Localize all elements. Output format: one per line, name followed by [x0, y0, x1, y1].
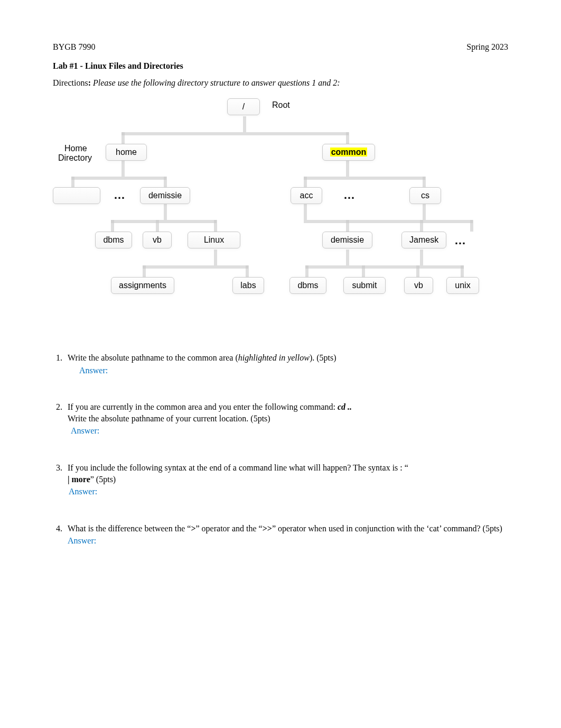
ellipsis-2: … [343, 188, 356, 202]
course-code: BYGB 7990 [53, 42, 95, 52]
q3-line2-rest: ” (5pts) [90, 475, 116, 484]
node-common: common [322, 144, 375, 161]
home-dir-label-1: Home [64, 144, 87, 153]
question-2: 2. If you are currently in the common ar… [53, 401, 508, 437]
node-unix: unix [446, 277, 479, 294]
node-jamesk: Jamesk [401, 232, 446, 248]
q4-text-post: ” operator when used in conjunction with… [272, 524, 502, 533]
node-linux: Linux [188, 232, 240, 248]
node-vb: vb [143, 232, 172, 248]
directions-colon: : [88, 78, 91, 87]
q3-answer-label: Answer: [69, 486, 508, 497]
questions-block: 1. Write the absolute pathname to the co… [53, 352, 508, 547]
q1-text-post: ). (5pts) [310, 353, 336, 362]
q4-number: 4. [53, 523, 68, 547]
node-assignments: assignments [111, 277, 174, 294]
term-label: Spring 2023 [466, 42, 508, 52]
q3-number: 3. [53, 462, 68, 497]
q2-line2: Write the absolute pathname of your curr… [68, 413, 508, 425]
node-common-text: common [330, 148, 368, 156]
node-home: home [106, 144, 147, 161]
q2-number: 2. [53, 401, 68, 437]
q3-line2-bold: | more [68, 475, 90, 484]
q4-b2: >> [263, 524, 272, 533]
node-blank [53, 187, 100, 204]
q4-text-mid: ” operator and the “ [196, 524, 263, 533]
q4-b1: > [191, 524, 195, 533]
home-dir-label-2: Directory [58, 153, 92, 163]
node-demissie-2: demissie [322, 232, 372, 248]
q4-text-pre: What is the difference between the “ [68, 524, 191, 533]
node-labs: labs [232, 277, 264, 294]
directions-lead: Directions [53, 78, 88, 87]
node-root-slash: / [227, 98, 260, 115]
node-demissie: demissie [140, 187, 190, 204]
question-1: 1. Write the absolute pathname to the co… [53, 352, 508, 376]
directory-tree-diagram: / Root Home Directory home common … demi… [53, 98, 508, 336]
q4-answer-label: Answer: [68, 535, 508, 547]
q3-line1: If you include the following syntax at t… [68, 463, 408, 472]
q1-text-pre: Write the absolute pathname to the commo… [68, 353, 238, 362]
directions-line: Directions: Please use the following dir… [53, 78, 508, 88]
node-root-label: Root [272, 100, 290, 110]
q2-answer-label: Answer: [71, 425, 508, 437]
q2-line1-pre: If you are currently in the common area … [68, 402, 338, 411]
node-acc: acc [291, 187, 322, 204]
q2-line1-cmd: cd .. [338, 402, 352, 411]
ellipsis-3: … [454, 234, 467, 247]
q1-answer-label: Answer: [79, 365, 508, 376]
directions-text: Please use the following directory struc… [93, 78, 340, 87]
ellipsis-1: … [114, 188, 126, 202]
question-3: 3. If you include the following syntax a… [53, 462, 508, 497]
node-vb-2: vb [404, 277, 433, 294]
page-title: Lab #1 - Linux Files and Directories [53, 61, 508, 71]
node-dbms-2: dbms [289, 277, 326, 294]
question-4: 4. What is the difference between the “>… [53, 523, 508, 547]
q1-number: 1. [53, 352, 68, 376]
q1-text-italic: highlighted in yellow [238, 353, 310, 362]
node-cs: cs [409, 187, 441, 204]
node-submit: submit [343, 277, 386, 294]
node-dbms: dbms [95, 232, 132, 248]
page-header: BYGB 7990 Spring 2023 [53, 42, 508, 52]
